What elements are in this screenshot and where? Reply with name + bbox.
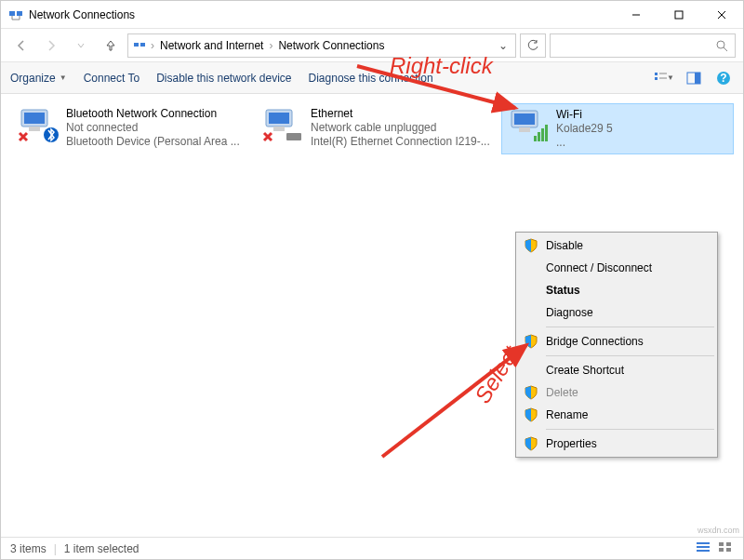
location-icon	[132, 38, 147, 53]
address-dropdown[interactable]: ⌄	[495, 39, 512, 52]
svg-rect-43	[719, 548, 724, 552]
connection-device: Bluetooth Device (Personal Area ...	[66, 135, 240, 149]
svg-rect-6	[675, 11, 683, 19]
menu-status[interactable]: Status	[518, 279, 715, 301]
menu-bridge[interactable]: Bridge Connections	[518, 330, 715, 353]
search-icon	[714, 38, 729, 53]
up-button[interactable]	[98, 33, 124, 59]
svg-rect-33	[538, 132, 540, 141]
svg-rect-42	[726, 542, 731, 546]
help-button[interactable]: ?	[713, 68, 734, 88]
svg-rect-34	[541, 128, 544, 141]
maximize-button[interactable]	[658, 1, 700, 28]
preview-pane-button[interactable]	[684, 68, 704, 88]
search-input[interactable]	[550, 33, 736, 58]
close-button[interactable]	[700, 1, 743, 28]
connect-to-button[interactable]: Connect To	[84, 72, 140, 85]
status-selected-count: 1 item selected	[64, 542, 140, 555]
svg-rect-10	[140, 43, 145, 47]
connections-view: Bluetooth Network Connection Not connect…	[1, 94, 743, 531]
svg-rect-23	[29, 127, 40, 131]
menu-separator	[546, 355, 714, 356]
menu-delete[interactable]: Delete	[518, 381, 715, 404]
menu-create-shortcut[interactable]: Create Shortcut	[518, 359, 715, 381]
disable-device-button[interactable]: Disable this network device	[156, 72, 291, 85]
shield-icon	[524, 238, 538, 253]
svg-rect-0	[9, 11, 15, 16]
menu-diagnose[interactable]: Diagnose	[518, 301, 715, 324]
window-title: Network Connections	[29, 8, 615, 21]
svg-rect-44	[726, 548, 731, 552]
svg-rect-18	[695, 73, 700, 84]
status-separator: |	[54, 542, 57, 555]
connection-device: ...	[556, 136, 613, 150]
chevron-right-icon: ›	[151, 39, 154, 52]
menu-connect-disconnect[interactable]: Connect / Disconnect	[518, 257, 715, 279]
details-view-button[interactable]	[695, 540, 711, 556]
svg-point-11	[717, 41, 724, 48]
bluetooth-adapter-icon	[16, 107, 60, 144]
app-icon	[8, 7, 23, 22]
icons-view-button[interactable]	[717, 540, 734, 556]
connection-device: Intel(R) Ethernet Connection I219-...	[311, 135, 490, 149]
svg-line-36	[357, 66, 515, 108]
connection-status: Not connected	[66, 121, 240, 135]
svg-rect-41	[719, 542, 724, 546]
menu-rename[interactable]: Rename	[518, 404, 715, 426]
svg-rect-1	[17, 11, 22, 16]
breadcrumb-current[interactable]: Network Connections	[276, 39, 386, 52]
back-button[interactable]	[8, 33, 34, 59]
view-options-button[interactable]: ▼	[654, 68, 674, 88]
connection-name: Bluetooth Network Connection	[66, 107, 240, 121]
connection-wifi[interactable]: Wi-Fi Kolade29 5 ...	[501, 103, 734, 154]
annotation-arrow-select	[373, 336, 540, 466]
svg-text:?: ?	[720, 72, 726, 85]
forward-button[interactable]	[38, 33, 64, 59]
status-item-count: 3 items	[10, 542, 46, 555]
svg-rect-35	[545, 125, 548, 141]
connection-status: Kolade29 5	[556, 122, 613, 136]
menu-separator	[546, 327, 714, 327]
window-titlebar: Network Connections	[1, 1, 743, 29]
svg-rect-28	[286, 133, 301, 140]
breadcrumb-parent[interactable]: Network and Internet	[158, 39, 265, 52]
svg-rect-27	[273, 127, 285, 131]
svg-line-12	[724, 47, 727, 51]
menu-disable[interactable]: Disable	[518, 234, 715, 257]
watermark: wsxdn.com	[698, 526, 739, 535]
connection-bluetooth[interactable]: Bluetooth Network Connection Not connect…	[12, 103, 249, 153]
annotation-arrow-rightclick	[352, 57, 529, 131]
organize-menu[interactable]: Organize ▼	[10, 72, 67, 85]
chevron-right-icon: ›	[269, 39, 272, 52]
menu-separator	[546, 429, 714, 430]
svg-rect-14	[655, 77, 658, 80]
svg-rect-22	[24, 113, 45, 124]
minimize-button[interactable]	[615, 1, 658, 28]
recent-dropdown[interactable]	[68, 33, 94, 59]
svg-rect-9	[134, 43, 139, 47]
context-menu: Disable Connect / Disconnect Status Diag…	[515, 232, 718, 458]
svg-rect-26	[269, 113, 289, 124]
svg-line-37	[382, 345, 526, 457]
ethernet-adapter-icon	[260, 107, 305, 144]
svg-rect-32	[534, 136, 537, 141]
connection-name: Wi-Fi	[556, 108, 613, 122]
refresh-button[interactable]	[520, 33, 546, 58]
menu-properties[interactable]: Properties	[518, 433, 715, 455]
svg-rect-13	[655, 73, 658, 75]
status-bar: 3 items | 1 item selected	[1, 537, 743, 559]
